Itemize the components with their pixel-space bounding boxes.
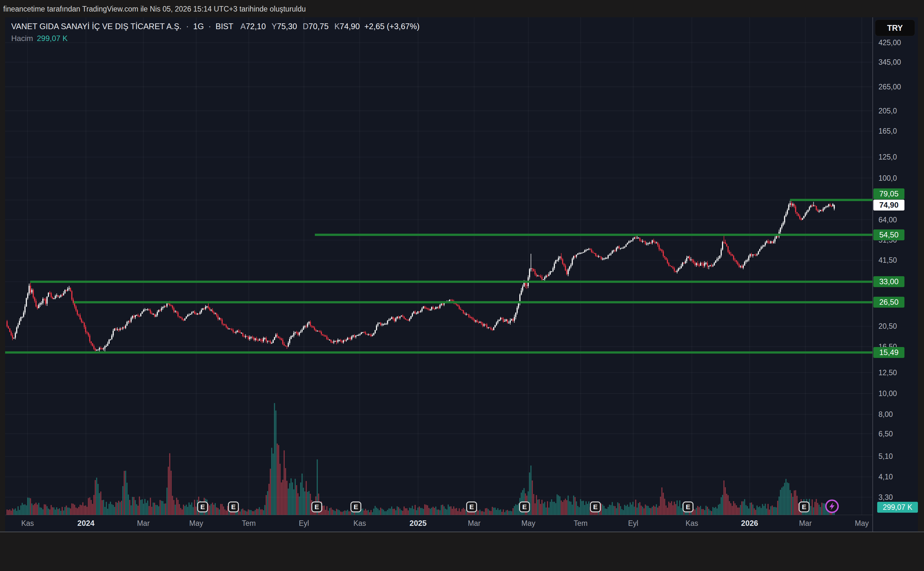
timeframe-label[interactable]: 1G — [193, 22, 204, 31]
earnings-marker[interactable]: E — [590, 502, 601, 512]
earnings-marker[interactable]: E — [519, 502, 530, 512]
price-tick-label: 345,00 — [878, 58, 917, 66]
change-value: +2,65 (+3,67%) — [364, 22, 419, 31]
ohlc-item: K74,90 — [334, 22, 360, 31]
time-axis-label[interactable]: Tem — [234, 518, 263, 528]
footer-bar: TradingView — [0, 532, 924, 571]
level-price-label: 26,50 — [873, 297, 904, 308]
earnings-marker[interactable]: E — [799, 502, 810, 512]
level-price-label: 33,00 — [873, 276, 904, 287]
left-frame — [0, 17, 5, 532]
time-axis-label[interactable]: Kas — [13, 518, 42, 528]
separator-dot: · — [209, 22, 211, 31]
tradingview-snapshot: VANET GIDA SANAYİ İÇ VE DIŞ TİCARET A.Ş.… — [0, 0, 924, 571]
volume-axis-badge: 299,07 K — [877, 502, 918, 513]
price-tick-label: 10,00 — [878, 389, 917, 398]
time-axis-label[interactable]: Kas — [345, 518, 374, 528]
earnings-marker[interactable]: E — [197, 502, 208, 512]
level-price-label: 15,49 — [873, 347, 904, 358]
ohlc-item: A72,10 — [241, 22, 266, 31]
price-tick-label: 3,30 — [878, 493, 917, 502]
time-axis-label[interactable]: Mar — [460, 518, 488, 528]
price-tick-label: 205,0 — [878, 106, 917, 115]
time-axis-label[interactable]: 2026 — [735, 518, 764, 528]
time-axis-label[interactable]: May — [847, 518, 876, 528]
flash-boost-icon[interactable] — [825, 498, 839, 514]
price-chart-canvas[interactable] — [0, 0, 924, 571]
level-price-label: 54,50 — [873, 230, 904, 240]
price-tick-label: 125,0 — [878, 153, 917, 162]
price-tick-label: 5,10 — [878, 452, 917, 461]
price-tick-label: 4,10 — [878, 472, 917, 481]
time-axis-label[interactable]: Mar — [791, 518, 820, 528]
time-axis-label[interactable]: Eyl — [289, 518, 318, 528]
price-tick-label: 265,00 — [878, 82, 917, 91]
ohlc-values: A72,10Y75,30D70,75K74,90 — [241, 22, 360, 31]
price-tick-label: 8,00 — [878, 410, 917, 419]
attribution-bar: fineancetime tarafından TradingView.com … — [0, 0, 924, 17]
earnings-marker[interactable]: E — [466, 502, 477, 512]
price-tick-label: 6,50 — [878, 429, 917, 438]
time-axis-label[interactable]: Kas — [677, 518, 706, 528]
separator-dot: · — [186, 22, 189, 31]
volume-row: Hacim 299,07 K — [11, 34, 68, 43]
time-axis-label[interactable]: Tem — [566, 518, 595, 528]
time-axis-label[interactable]: May — [182, 518, 211, 528]
price-tick-label: 100,0 — [878, 174, 917, 183]
time-axis-label[interactable]: Mar — [129, 518, 158, 528]
level-price-label: 79,05 — [873, 188, 904, 199]
exchange-label: BIST — [215, 22, 233, 31]
price-tick-label: 165,0 — [878, 127, 917, 136]
price-tick-label: 12,50 — [878, 368, 917, 377]
price-tick-label: 64,00 — [878, 215, 917, 224]
time-axis-label[interactable]: 2025 — [404, 518, 433, 528]
time-axis-label[interactable]: Eyl — [619, 518, 647, 528]
ohlc-item: Y75,30 — [272, 22, 297, 31]
right-frame — [918, 17, 924, 532]
volume-value: 299,07 K — [37, 34, 68, 43]
chart-area[interactable]: VANET GIDA SANAYİ İÇ VE DIŞ TİCARET A.Ş.… — [0, 0, 924, 571]
ohlc-item: D70,75 — [303, 22, 329, 31]
volume-label: Hacim — [11, 34, 33, 43]
earnings-marker[interactable]: E — [311, 502, 322, 512]
price-tick-label: 20,50 — [878, 322, 917, 331]
symbol-title: VANET GIDA SANAYİ İÇ VE DIŞ TİCARET A.Ş. — [11, 22, 181, 31]
time-axis-label[interactable]: May — [514, 518, 543, 528]
price-tick-label: 425,00 — [878, 38, 917, 47]
earnings-marker[interactable]: E — [228, 502, 239, 512]
symbol-header[interactable]: VANET GIDA SANAYİ İÇ VE DIŞ TİCARET A.Ş.… — [11, 22, 420, 31]
earnings-marker[interactable]: E — [351, 502, 362, 512]
currency-toggle-button[interactable]: TRY — [875, 20, 915, 36]
time-axis-label[interactable]: 2024 — [71, 518, 100, 528]
last-price-label: 74,90 — [873, 200, 904, 210]
earnings-marker[interactable]: E — [683, 502, 694, 512]
attribution-text: fineancetime tarafından TradingView.com … — [3, 0, 306, 17]
price-tick-label: 41,50 — [878, 256, 917, 265]
